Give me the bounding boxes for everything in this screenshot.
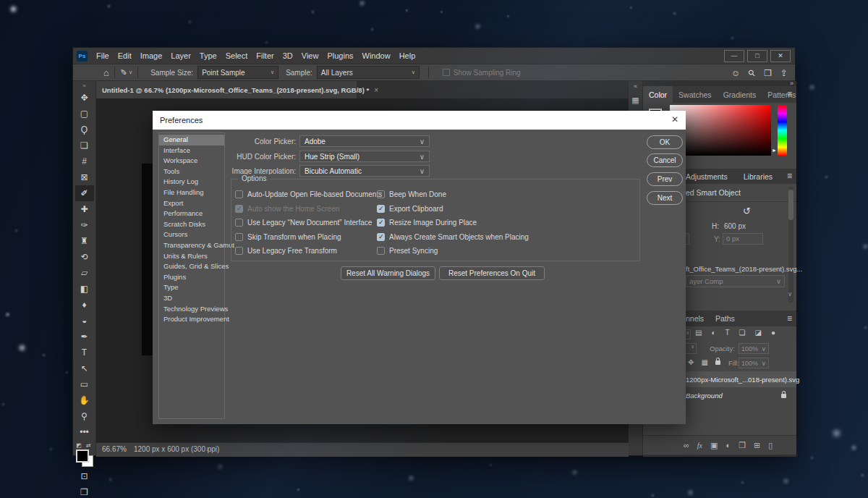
tab-channels[interactable]: nnels <box>686 314 704 323</box>
panel-menu-icon[interactable]: ≡ <box>787 313 792 324</box>
layer-filter-icon[interactable]: ● <box>771 329 775 337</box>
show-sampling-ring-option[interactable]: Show Sampling Ring <box>443 69 521 77</box>
menu-item[interactable]: Select <box>221 48 252 64</box>
eyedropper-tool-icon[interactable]: ✐ <box>120 68 127 77</box>
menu-item[interactable]: File <box>92 48 114 64</box>
layers-action-icon[interactable]: fx <box>697 442 702 450</box>
layers-action-icon[interactable]: ▣ <box>710 441 718 450</box>
tool-icon[interactable]: ▢ <box>75 106 94 122</box>
menu-item[interactable]: Type <box>195 48 221 64</box>
menu-item[interactable]: View <box>297 48 323 64</box>
option-checkbox-row[interactable]: Export Clipboard <box>377 205 529 213</box>
tool-icon[interactable]: ⟲ <box>75 249 94 265</box>
tool-icon[interactable]: Ϙ <box>75 122 94 138</box>
background-color-swatch[interactable] <box>82 455 93 467</box>
option-checkbox-row[interactable]: Auto-Update Open File-based Documents <box>235 190 382 198</box>
tool-icon[interactable]: # <box>75 153 94 169</box>
sample-select[interactable]: All Layers ∨ <box>317 66 420 79</box>
panel-tab[interactable]: Patterns <box>762 86 801 103</box>
tool-icon[interactable]: ◒ <box>75 313 94 329</box>
panel-tab[interactable]: Color <box>643 86 673 103</box>
preferences-sidebar-item[interactable]: 3D <box>159 293 224 304</box>
tab-paths[interactable]: Paths <box>715 314 735 323</box>
checkbox[interactable] <box>235 190 243 198</box>
option-checkbox-row[interactable]: Resize Image During Place <box>377 219 529 227</box>
scrollbar-thumb[interactable] <box>788 190 793 220</box>
foreground-background-swatches[interactable] <box>76 450 93 467</box>
preferences-sidebar-item[interactable]: Transparency & Gamut <box>159 240 224 251</box>
menu-item[interactable]: Layer <box>166 48 195 64</box>
preferences-sidebar-item[interactable]: Export <box>159 198 224 209</box>
preferences-sidebar-item[interactable]: Type <box>159 282 224 293</box>
hud-color-picker-select[interactable]: Hue Strip (Small) ∨ <box>299 151 430 162</box>
hue-slider-arrow-icon[interactable]: ► <box>772 148 777 153</box>
tool-icon[interactable]: ••• <box>75 424 94 440</box>
option-checkbox-row[interactable]: Beep When Done <box>377 190 529 198</box>
hue-strip[interactable] <box>778 105 787 156</box>
fill-field[interactable]: 100% ∨ <box>739 358 769 368</box>
tool-icon[interactable]: ♜ <box>75 233 94 249</box>
checkbox[interactable] <box>235 219 243 227</box>
layers-action-icon[interactable]: ❒ <box>739 441 746 450</box>
reset-icon[interactable]: ↺ <box>743 206 751 216</box>
preferences-sidebar-item[interactable]: File Handling <box>159 187 224 198</box>
menu-item[interactable]: Edit <box>114 48 136 64</box>
tab-close-icon[interactable]: × <box>374 86 378 94</box>
tool-icon[interactable]: ✚ <box>75 201 94 217</box>
collapse-panels-right-icon[interactable]: » <box>790 80 793 87</box>
preferences-sidebar-item[interactable]: Product Improvement <box>159 314 224 325</box>
tool-icon[interactable]: ⊠ <box>75 169 94 185</box>
maximize-button[interactable]: □ <box>747 50 767 62</box>
preferences-sidebar-item[interactable]: Technology Previews <box>159 304 224 315</box>
layer-filter-icon[interactable]: T <box>726 329 730 337</box>
zoom-level[interactable]: 66.67% <box>102 445 127 453</box>
tool-icon[interactable]: ♦ <box>75 297 94 313</box>
home-icon[interactable]: ⌂ <box>103 67 109 78</box>
panel-tab[interactable]: Libraries <box>744 172 773 181</box>
scrollbar-track[interactable] <box>788 187 793 303</box>
layers-action-icon[interactable]: ◐ <box>726 441 731 450</box>
menu-item[interactable]: Help <box>395 48 420 64</box>
document-tab[interactable]: Untitled-1 @ 66.7% (1200px-Microsoft_Off… <box>96 81 357 98</box>
checkbox[interactable] <box>377 219 385 227</box>
reset-warning-dialogs-button[interactable]: Reset All Warning Dialogs <box>341 266 435 280</box>
layers-action-icon[interactable]: ∞ <box>684 441 689 450</box>
panel-menu-icon[interactable]: ≡ <box>787 171 792 181</box>
checkbox[interactable] <box>377 247 385 255</box>
share-icon[interactable]: ⇪ <box>780 68 788 78</box>
option-checkbox-row[interactable]: Use Legacy “New Document” Interface <box>235 219 382 227</box>
option-checkbox-row[interactable]: Always Create Smart Objects when Placing <box>377 233 529 241</box>
tool-icon[interactable]: ✥ <box>75 90 94 106</box>
preferences-sidebar-item[interactable]: Guides, Grid & Slices <box>159 261 224 272</box>
image-interpolation-select[interactable]: Bicubic Automatic ∨ <box>299 165 430 177</box>
dialog-close-icon[interactable]: ✕ <box>671 114 678 124</box>
layers-action-icon[interactable]: ⊞ <box>754 441 760 450</box>
lock-all-icon[interactable] <box>715 360 720 365</box>
checkbox[interactable] <box>377 233 385 241</box>
toolbar-expand-icon[interactable]: » <box>73 81 95 90</box>
search-icon[interactable]: ⚲ <box>746 67 758 79</box>
option-checkbox-row[interactable]: Auto show the Home Screen <box>235 205 382 213</box>
status-chevron-icon[interactable]: › <box>206 445 208 453</box>
checkbox[interactable] <box>235 247 243 255</box>
panel-tab[interactable]: Gradients <box>718 86 762 103</box>
foreground-color-swatch[interactable] <box>76 450 89 463</box>
option-checkbox-row[interactable]: Skip Transform when Placing <box>235 233 382 241</box>
scroll-more-icon[interactable]: ∨ <box>788 291 792 297</box>
tool-icon[interactable]: T <box>75 345 94 360</box>
lock-position-icon[interactable]: ✥ <box>688 358 694 366</box>
color-picker-select[interactable]: Adobe ∨ <box>299 135 430 147</box>
option-checkbox-row[interactable]: Preset Syncing <box>377 247 529 255</box>
checkbox[interactable] <box>443 69 450 76</box>
workspace-icon[interactable]: ❒ <box>764 68 772 78</box>
checkbox[interactable] <box>235 233 243 241</box>
account-icon[interactable]: ☺ <box>731 68 740 78</box>
menu-item[interactable]: Plugins <box>323 48 357 64</box>
tool-icon[interactable]: ✑ <box>75 217 94 233</box>
preferences-sidebar-item[interactable]: Plugins <box>159 272 224 283</box>
quick-mask-icon[interactable]: ⊡ <box>75 468 94 484</box>
tool-icon[interactable]: ↖ <box>75 360 94 376</box>
opacity-field[interactable]: 100% ∨ <box>739 343 769 354</box>
tool-icon[interactable]: ⚲ <box>75 408 94 424</box>
checkbox[interactable] <box>377 190 385 198</box>
